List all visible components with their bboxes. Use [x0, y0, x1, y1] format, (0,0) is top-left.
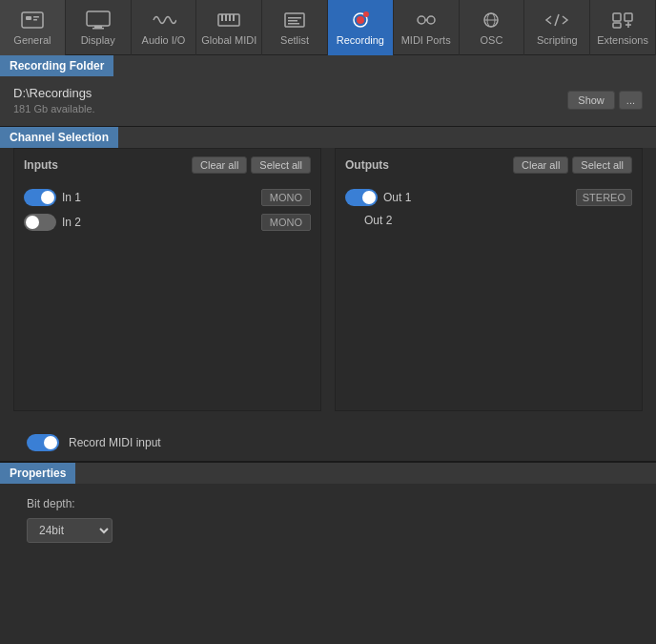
nav-item-recording[interactable]: Recording: [328, 0, 394, 55]
nav-item-osc[interactable]: OSC: [460, 0, 525, 55]
output-1-toggle[interactable]: [345, 189, 378, 206]
nav-item-global-midi[interactable]: Global MIDI: [196, 0, 262, 55]
input-1-toggle[interactable]: [24, 189, 56, 206]
output-channel-1: Out 1 STEREO: [345, 185, 632, 210]
output-channel-1-left: Out 1: [345, 189, 411, 206]
channel-selection-header-row: Channel Selection: [0, 127, 656, 148]
svg-rect-2: [33, 16, 39, 18]
svg-rect-4: [87, 11, 110, 26]
outputs-panel-header: Outputs Clear all Select all: [336, 149, 642, 181]
svg-rect-13: [288, 17, 301, 19]
midi-input-row: Record MIDI input: [0, 425, 656, 461]
audio-io-icon: [150, 10, 176, 31]
outputs-clear-all-button[interactable]: Clear all: [513, 156, 568, 174]
output-1-mode-button[interactable]: STEREO: [576, 189, 632, 206]
folder-path: D:\Recordings: [13, 86, 95, 100]
extensions-icon: [609, 10, 636, 31]
svg-rect-3: [33, 19, 37, 21]
recording-icon: [347, 10, 374, 31]
nav-label-setlist: Setlist: [280, 34, 309, 46]
nav-item-extensions[interactable]: Extensions: [590, 0, 656, 55]
nav-label-audio-io: Audio I/O: [142, 34, 186, 46]
svg-point-19: [418, 16, 425, 24]
midi-toggle[interactable]: [27, 434, 59, 451]
svg-rect-5: [94, 26, 102, 28]
outputs-select-all-button[interactable]: Select all: [572, 156, 632, 174]
nav-label-extensions: Extensions: [597, 34, 648, 46]
inputs-body: In 1 MONO In 2 MONO: [14, 181, 320, 410]
nav-label-recording: Recording: [337, 34, 384, 46]
svg-line-25: [555, 14, 559, 26]
show-button[interactable]: Show: [567, 91, 615, 110]
nav-item-general[interactable]: General: [0, 0, 66, 55]
svg-rect-27: [625, 13, 632, 21]
input-channel-1-left: In 1: [24, 189, 81, 206]
output-1-label: Out 1: [383, 191, 411, 204]
inputs-actions: Clear all Select all: [192, 156, 311, 174]
display-icon: [85, 10, 112, 31]
inputs-select-all-button[interactable]: Select all: [251, 156, 311, 174]
inputs-panel: Inputs Clear all Select all In 1 MONO: [13, 148, 321, 411]
inputs-clear-all-button[interactable]: Clear all: [192, 156, 247, 174]
nav-label-general: General: [13, 34, 51, 46]
inputs-panel-header: Inputs Clear all Select all: [14, 149, 320, 181]
channel-selection-header: Channel Selection: [0, 127, 118, 148]
osc-icon: [478, 10, 504, 31]
input-2-toggle[interactable]: [24, 214, 56, 231]
nav-item-setlist[interactable]: Setlist: [262, 0, 328, 55]
dots-button[interactable]: ...: [619, 91, 643, 110]
folder-buttons: Show ...: [567, 91, 643, 110]
svg-point-18: [363, 11, 369, 17]
svg-rect-6: [92, 28, 104, 30]
global-midi-icon: [215, 10, 242, 31]
properties-section: Properties Bit depth: 16bit 24bit 32bit: [0, 462, 656, 556]
general-icon: [19, 10, 46, 31]
svg-rect-1: [26, 16, 31, 20]
svg-rect-15: [288, 23, 299, 25]
input-channel-2-left: In 2: [24, 214, 81, 231]
outputs-actions: Clear all Select all: [513, 156, 632, 174]
input-1-mode-button[interactable]: MONO: [261, 189, 311, 206]
nav-item-audio-io[interactable]: Audio I/O: [132, 0, 197, 55]
svg-rect-8: [221, 14, 223, 21]
top-nav: General Display Audio I/O: [0, 0, 656, 55]
channel-selection-section: Channel Selection Inputs Clear all Selec…: [0, 127, 656, 462]
nav-label-midi-ports: MIDI Ports: [401, 34, 451, 46]
outputs-panel: Outputs Clear all Select all Out 1 STERE…: [335, 148, 643, 411]
outputs-body: Out 1 STEREO Out 2: [336, 181, 642, 410]
nav-item-midi-ports[interactable]: MIDI Ports: [394, 0, 460, 55]
recording-folder-header: Recording Folder: [0, 55, 113, 76]
inputs-title: Inputs: [24, 158, 58, 172]
setlist-icon: [281, 10, 308, 31]
nav-label-display: Display: [81, 34, 115, 46]
channel-panels: Inputs Clear all Select all In 1 MONO: [0, 148, 656, 425]
nav-item-scripting[interactable]: Scripting: [524, 0, 590, 55]
svg-rect-9: [225, 14, 227, 21]
input-channel-2: In 2 MONO: [24, 210, 311, 235]
input-channel-1: In 1 MONO: [24, 185, 311, 210]
svg-rect-11: [233, 14, 235, 21]
svg-rect-28: [613, 23, 621, 28]
outputs-title: Outputs: [345, 158, 389, 172]
output-2-label: Out 2: [364, 214, 392, 227]
svg-rect-10: [229, 14, 231, 21]
folder-info: D:\Recordings 181 Gb available.: [13, 86, 95, 114]
svg-rect-0: [22, 12, 43, 28]
folder-available: 181 Gb available.: [13, 103, 95, 114]
nav-label-scripting: Scripting: [537, 34, 578, 46]
nav-item-display[interactable]: Display: [66, 0, 132, 55]
scripting-icon: [543, 10, 570, 31]
nav-label-global-midi: Global MIDI: [201, 34, 256, 46]
input-1-label: In 1: [62, 191, 81, 204]
properties-content: Bit depth: 16bit 24bit 32bit: [0, 484, 656, 556]
midi-ports-icon: [413, 10, 440, 31]
input-2-mode-button[interactable]: MONO: [261, 214, 311, 231]
output-channel-2: Out 2: [345, 210, 632, 231]
recording-folder-section: Recording Folder D:\Recordings 181 Gb av…: [0, 55, 656, 127]
nav-label-osc: OSC: [481, 34, 503, 46]
svg-rect-14: [288, 20, 297, 22]
midi-label: Record MIDI input: [69, 436, 161, 449]
svg-point-17: [357, 16, 364, 24]
bit-depth-label: Bit depth:: [27, 497, 629, 510]
bit-depth-select[interactable]: 16bit 24bit 32bit: [27, 518, 113, 543]
